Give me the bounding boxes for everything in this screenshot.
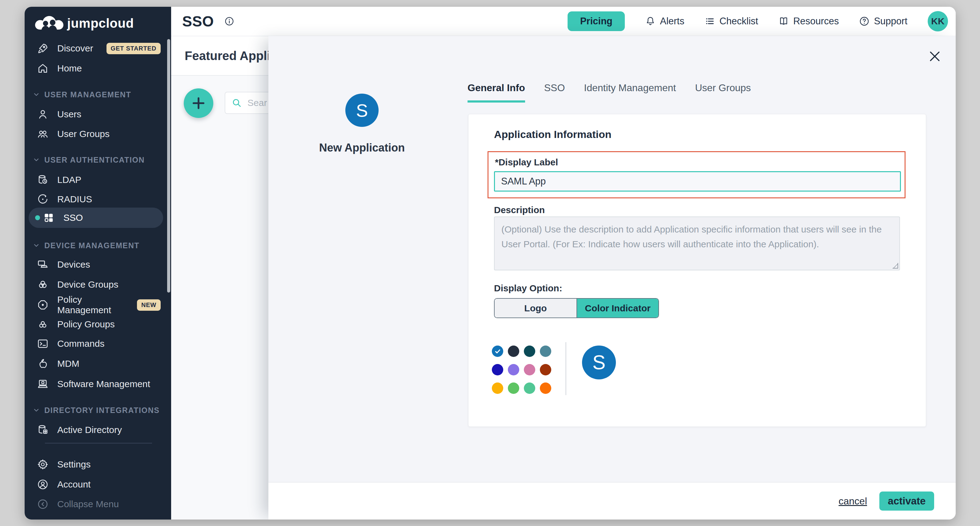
- description-textarea[interactable]: [494, 217, 900, 270]
- tab-general-info[interactable]: General Info: [468, 82, 525, 102]
- collapse-arrow-icon: [37, 498, 49, 510]
- section-label: DIRECTORY INTEGRATIONS: [45, 406, 160, 415]
- active-indicator-dot: [35, 215, 40, 220]
- sidebar-item-discover[interactable]: Discover GET STARTED: [37, 40, 161, 57]
- tab-identity-management[interactable]: Identity Management: [584, 82, 676, 102]
- color-swatch-11[interactable]: [524, 383, 535, 394]
- color-swatch-9[interactable]: [492, 383, 503, 394]
- jumpcloud-cloud-icon: [35, 15, 64, 32]
- help-icon: [859, 16, 870, 27]
- color-swatch-3[interactable]: [524, 346, 535, 357]
- display-label-input[interactable]: [494, 171, 901, 191]
- database-clock-icon: [37, 174, 49, 186]
- color-swatch-7[interactable]: [524, 364, 535, 375]
- page-title: SSO: [182, 13, 214, 30]
- cancel-button[interactable]: cancel: [839, 496, 867, 507]
- tab-sso[interactable]: SSO: [544, 82, 565, 102]
- color-indicator-option[interactable]: Color Indicator: [576, 299, 659, 317]
- color-swatch-5[interactable]: [492, 364, 503, 375]
- application-name: New Application: [270, 141, 454, 154]
- activate-button[interactable]: activate: [879, 491, 934, 511]
- support-button[interactable]: Support: [859, 16, 907, 27]
- color-swatch-12[interactable]: [540, 383, 551, 394]
- sidebar-item-device-groups[interactable]: Device Groups: [37, 276, 161, 293]
- sidebar-item-account[interactable]: Account: [37, 476, 161, 493]
- sidebar-divider: [45, 443, 152, 443]
- resources-button[interactable]: Resources: [778, 16, 839, 27]
- home-icon: [37, 62, 49, 74]
- sidebar-item-home[interactable]: Home: [37, 60, 161, 77]
- sidebar-item-policy-groups[interactable]: Policy Groups: [37, 316, 161, 333]
- sidebar-item-users[interactable]: Users: [37, 106, 161, 123]
- sidebar-item-mdm[interactable]: MDM: [37, 355, 161, 372]
- new-application-modal: S New Application General Info SSO Ident…: [268, 36, 956, 520]
- user-avatar[interactable]: KK: [928, 11, 948, 32]
- pricing-button[interactable]: Pricing: [568, 11, 625, 31]
- book-icon: [778, 16, 789, 27]
- sidebar-item-label: LDAP: [57, 175, 81, 185]
- terminal-icon: [37, 338, 49, 349]
- sidebar-item-active-directory[interactable]: Active Directory: [37, 421, 161, 438]
- sidebar-item-devices[interactable]: Devices: [37, 256, 161, 273]
- sidebar-item-label: MDM: [57, 359, 80, 369]
- alerts-button[interactable]: Alerts: [645, 16, 684, 27]
- display-label-label: *Display Label: [495, 157, 558, 167]
- sidebar-item-settings[interactable]: Settings: [37, 456, 161, 473]
- policy-icon: [37, 299, 49, 311]
- add-application-button[interactable]: [184, 88, 213, 118]
- sidebar-item-label: Software Management: [57, 379, 150, 389]
- resources-label: Resources: [793, 16, 839, 27]
- sidebar-item-policy-management[interactable]: Policy Management NEW: [37, 296, 161, 314]
- sidebar-item-collapse-menu[interactable]: Collapse Menu: [37, 496, 161, 513]
- sidebar: jumpcloud Discover GET STARTED Home USER…: [25, 7, 171, 520]
- sidebar-item-commands[interactable]: Commands: [37, 335, 161, 352]
- chevron-down-icon: [33, 406, 40, 414]
- close-icon[interactable]: [928, 49, 942, 63]
- description-field: [494, 217, 900, 270]
- checklist-button[interactable]: Checklist: [705, 16, 758, 27]
- section-user-authentication[interactable]: USER AUTHENTICATION: [33, 155, 145, 165]
- rocket-icon: [37, 43, 49, 54]
- top-bar: SSO Pricing Alerts Checklist: [171, 7, 956, 36]
- section-label: USER AUTHENTICATION: [45, 156, 145, 164]
- sidebar-item-label: Discover: [57, 43, 93, 54]
- radius-icon: [37, 193, 49, 205]
- section-user-management[interactable]: USER MANAGEMENT: [33, 89, 131, 100]
- color-swatch-8[interactable]: [540, 364, 551, 375]
- sidebar-item-label: SSO: [64, 212, 83, 223]
- sidebar-item-label: Home: [57, 63, 82, 73]
- sidebar-item-radius[interactable]: RADIUS: [37, 191, 161, 208]
- new-badge: NEW: [137, 299, 161, 311]
- sidebar-item-label: RADIUS: [57, 194, 92, 204]
- device-groups-icon: [37, 279, 49, 290]
- color-swatch-2[interactable]: [508, 346, 519, 357]
- color-preview-avatar: S: [582, 346, 616, 379]
- get-started-badge: GET STARTED: [107, 43, 161, 54]
- sidebar-scrollbar[interactable]: [167, 39, 170, 293]
- sidebar-item-label: Devices: [57, 259, 90, 270]
- section-directory-integrations[interactable]: DIRECTORY INTEGRATIONS: [33, 405, 160, 416]
- sidebar-item-software-management[interactable]: Software Management: [37, 375, 161, 393]
- section-device-management[interactable]: DEVICE MANAGEMENT: [33, 240, 139, 251]
- app-window: SSO Pricing Alerts Checklist: [25, 7, 956, 520]
- color-swatch-1[interactable]: [492, 346, 503, 357]
- jumpcloud-logo[interactable]: jumpcloud: [35, 15, 134, 32]
- chevron-down-icon: [33, 242, 40, 249]
- alerts-label: Alerts: [660, 16, 684, 27]
- apple-icon: [37, 358, 49, 370]
- sidebar-item-sso-active[interactable]: SSO: [29, 207, 163, 228]
- support-label: Support: [874, 16, 907, 27]
- display-label-highlight: *Display Label: [488, 151, 905, 198]
- card-heading: Application Information: [494, 128, 612, 140]
- sidebar-item-user-groups[interactable]: User Groups: [37, 125, 161, 143]
- color-swatch-10[interactable]: [508, 383, 519, 394]
- gear-icon: [37, 459, 49, 470]
- info-icon[interactable]: [224, 16, 234, 26]
- logo-option[interactable]: Logo: [495, 299, 576, 317]
- tab-user-groups[interactable]: User Groups: [695, 82, 751, 102]
- display-option-label: Display Option:: [494, 283, 562, 293]
- sidebar-item-label: Users: [57, 109, 81, 120]
- color-swatch-6[interactable]: [508, 364, 519, 375]
- color-swatch-4[interactable]: [540, 346, 551, 357]
- sidebar-item-ldap[interactable]: LDAP: [37, 171, 161, 188]
